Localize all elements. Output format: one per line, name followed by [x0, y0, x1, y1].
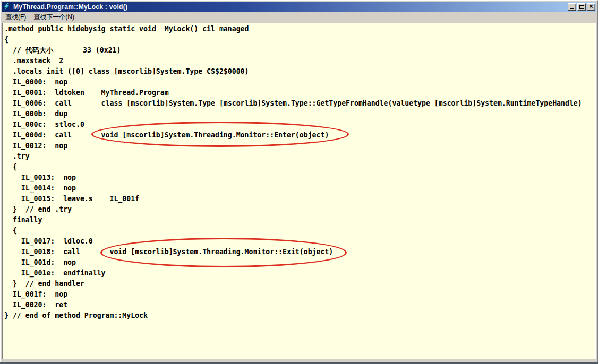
- menu-item-find[interactable]: 查找(F): [2, 12, 30, 23]
- menu-item-find-next[interactable]: 查找下一个(N): [30, 12, 78, 23]
- menu-bar: 查找(F) 查找下一个(N): [2, 12, 596, 22]
- maximize-button[interactable]: [577, 3, 586, 11]
- lightning-bolt-icon: [3, 3, 11, 11]
- disassembly-pane[interactable]: .method public hidebysig static void MyL…: [2, 23, 596, 359]
- close-icon: ×: [589, 4, 593, 9]
- ildasm-disassembly-window: { "window": { "title": "MyThread.Program…: [0, 0, 598, 364]
- window-title: MyThread.Program::MyLock : void(): [13, 3, 127, 11]
- il-code: .method public hidebysig static void MyL…: [3, 23, 595, 321]
- close-button[interactable]: ×: [587, 3, 595, 11]
- minimize-button[interactable]: [568, 3, 576, 11]
- minimize-icon: [570, 8, 574, 9]
- maximize-icon: [579, 5, 584, 9]
- screen-edge-strip: [0, 362, 598, 364]
- title-bar[interactable]: MyThread.Program::MyLock : void() ×: [2, 2, 596, 12]
